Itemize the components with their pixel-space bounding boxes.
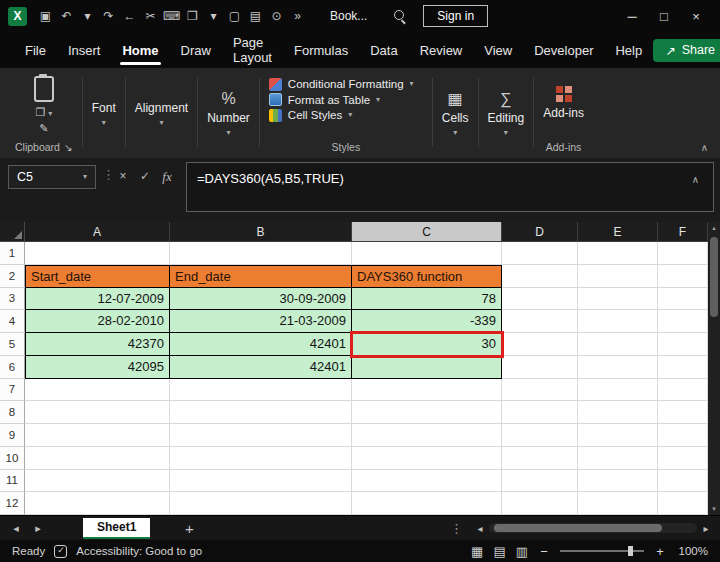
zoom-slider-thumb[interactable] <box>628 546 633 556</box>
cell-C10[interactable] <box>352 447 502 470</box>
alignment-group[interactable]: Alignment ▾ <box>128 73 195 155</box>
cell-E7[interactable] <box>578 379 658 402</box>
search-icon[interactable] <box>393 9 407 23</box>
cell-F2[interactable] <box>658 265 708 288</box>
cell-C12[interactable] <box>352 492 502 515</box>
paste-button[interactable] <box>34 76 54 102</box>
column-header-D[interactable]: D <box>502 222 578 242</box>
cell-C8[interactable] <box>352 401 502 424</box>
cell-C1[interactable] <box>352 242 502 265</box>
format-painter-icon[interactable]: ✎ <box>39 122 48 135</box>
scroll-down-icon[interactable]: ▾ <box>712 503 716 515</box>
cell-A2[interactable]: Start_date <box>25 265 170 288</box>
menu-tab-developer[interactable]: Developer <box>523 33 604 68</box>
cell-C7[interactable] <box>352 379 502 402</box>
redo-icon[interactable]: ↷ <box>98 9 119 23</box>
cell-C4[interactable]: -339 <box>352 310 502 333</box>
cell-F5[interactable] <box>658 333 708 356</box>
cell-E4[interactable] <box>578 310 658 333</box>
page-layout-view-icon[interactable]: ▤ <box>493 544 505 559</box>
previous-sheet-icon[interactable]: ◂ <box>5 522 27 535</box>
add-sheet-button[interactable]: + <box>178 520 200 537</box>
sign-in-button[interactable]: Sign in <box>423 5 488 27</box>
printer-icon[interactable]: ▤ <box>245 9 266 23</box>
undo-icon[interactable]: ↶ <box>56 9 77 23</box>
cell-F8[interactable] <box>658 401 708 424</box>
row-header-5[interactable]: 5 <box>0 333 25 356</box>
cell-D10[interactable] <box>502 447 578 470</box>
cell-A7[interactable] <box>25 379 170 402</box>
zoom-level[interactable]: 100% <box>676 545 708 557</box>
cell-A10[interactable] <box>25 447 170 470</box>
cell-E2[interactable] <box>578 265 658 288</box>
column-header-E[interactable]: E <box>578 222 658 242</box>
sheet-tab-sheet1[interactable]: Sheet1 <box>83 518 150 539</box>
cell-B3[interactable]: 30-09-2009 <box>170 288 352 311</box>
cell-B12[interactable] <box>170 492 352 515</box>
accessibility-icon[interactable] <box>54 545 67 558</box>
insert-function-icon[interactable]: fx <box>158 169 176 185</box>
cell-C11[interactable] <box>352 470 502 493</box>
cell-D6[interactable] <box>502 356 578 379</box>
cell-F9[interactable] <box>658 424 708 447</box>
cell-D3[interactable] <box>502 288 578 311</box>
cell-D9[interactable] <box>502 424 578 447</box>
cell-C3[interactable]: 78 <box>352 288 502 311</box>
styles-item-format-as-table[interactable]: Format as Table▾ <box>269 93 423 106</box>
row-header-10[interactable]: 10 <box>0 447 25 470</box>
cell-A6[interactable]: 42095 <box>25 356 170 379</box>
styles-item-conditional-formatting[interactable]: Conditional Formatting▾ <box>269 78 423 91</box>
paste-options-icon[interactable]: ❐ <box>182 9 203 23</box>
vertical-scrollbar[interactable]: ▴ ▾ <box>708 222 720 515</box>
row-header-4[interactable]: 4 <box>0 310 25 333</box>
cell-C6[interactable] <box>352 356 502 379</box>
editing-group[interactable]: ∑ Editing ▾ <box>481 73 532 155</box>
column-header-B[interactable]: B <box>170 222 352 242</box>
cell-B2[interactable]: End_date <box>170 265 352 288</box>
cell-D5[interactable] <box>502 333 578 356</box>
row-header-11[interactable]: 11 <box>0 470 25 493</box>
horizontal-scroll-thumb[interactable] <box>494 524 662 532</box>
cell-F10[interactable] <box>658 447 708 470</box>
cell-E10[interactable] <box>578 447 658 470</box>
font-group[interactable]: Font ▾ <box>85 73 123 155</box>
cell-D11[interactable] <box>502 470 578 493</box>
horizontal-scrollbar[interactable]: ◂ ▸ <box>473 523 713 534</box>
cell-F1[interactable] <box>658 242 708 265</box>
cell-B9[interactable] <box>170 424 352 447</box>
enter-icon[interactable]: ✓ <box>136 169 154 183</box>
cell-D1[interactable] <box>502 242 578 265</box>
cell-F12[interactable] <box>658 492 708 515</box>
scroll-right-icon[interactable]: ▸ <box>699 523 713 534</box>
column-header-C[interactable]: C <box>352 222 502 242</box>
expand-formula-bar-icon[interactable]: ∧ <box>692 174 699 185</box>
cell-E3[interactable] <box>578 288 658 311</box>
cell-E1[interactable] <box>578 242 658 265</box>
row-header-6[interactable]: 6 <box>0 356 25 379</box>
menu-tab-formulas[interactable]: Formulas <box>283 33 359 68</box>
cell-C5[interactable]: 30 <box>352 333 502 356</box>
cell-D12[interactable] <box>502 492 578 515</box>
cell-D8[interactable] <box>502 401 578 424</box>
select-all-corner[interactable] <box>0 222 25 242</box>
cell-B7[interactable] <box>170 379 352 402</box>
cell-A3[interactable]: 12-07-2009 <box>25 288 170 311</box>
cell-B10[interactable] <box>170 447 352 470</box>
cell-C2[interactable]: DAYS360 function <box>352 265 502 288</box>
row-header-12[interactable]: 12 <box>0 492 25 515</box>
cell-E12[interactable] <box>578 492 658 515</box>
cell-A12[interactable] <box>25 492 170 515</box>
minimize-button[interactable]: ─ <box>616 9 648 24</box>
cell-A9[interactable] <box>25 424 170 447</box>
cell-F3[interactable] <box>658 288 708 311</box>
menu-tab-help[interactable]: Help <box>604 33 653 68</box>
cell-A11[interactable] <box>25 470 170 493</box>
cell-F4[interactable] <box>658 310 708 333</box>
row-header-2[interactable]: 2 <box>0 265 25 288</box>
keyboard-icon[interactable]: ⌨ <box>161 9 182 23</box>
number-group[interactable]: % Number ▾ <box>200 73 257 155</box>
cell-F7[interactable] <box>658 379 708 402</box>
sheet-options-icon[interactable]: ⋮ <box>450 521 463 536</box>
row-header-9[interactable]: 9 <box>0 424 25 447</box>
zoom-out-button[interactable]: − <box>538 544 550 559</box>
